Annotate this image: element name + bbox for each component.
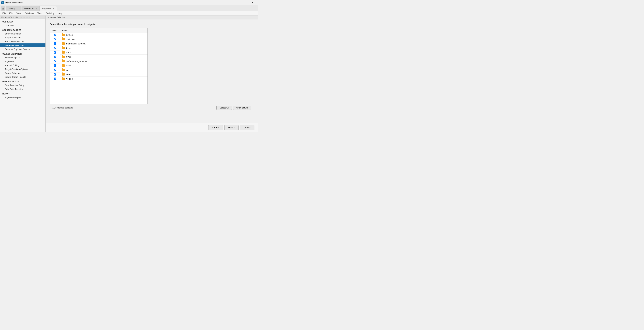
- sidebar-item-migration[interactable]: Migration: [0, 60, 46, 63]
- sidebar-section-object-migration: OBJECT MIGRATION: [0, 51, 46, 56]
- app-title: MySQL Workbench: [5, 2, 22, 4]
- menu-tools[interactable]: Tools: [36, 12, 44, 15]
- col-schema: Schema: [60, 28, 148, 33]
- content-body: Select the schemata you want to migrate:…: [46, 20, 258, 123]
- title-bar-controls: ─ □ ✕: [232, 0, 256, 6]
- sidebar-item-schemas-selection[interactable]: Schemas Selection: [0, 44, 46, 47]
- folder-icon: [62, 60, 65, 62]
- tab-bar: ⌂ azmysql ✕ MyJolieDB ✕ Migration ✕: [0, 6, 258, 11]
- table-row: sys: [50, 68, 148, 72]
- schema-table: Include Schema clothescustomerinformatio…: [50, 28, 148, 81]
- status-buttons: Select All Unselect All: [216, 106, 251, 110]
- schema-name-label: information_schema: [66, 42, 86, 45]
- schema-name-cell: world_x: [60, 77, 148, 81]
- folder-icon: [62, 56, 65, 58]
- schema-name-label: world: [66, 73, 71, 76]
- schema-name-label: moda: [66, 51, 71, 54]
- sidebar-item-target-selection[interactable]: Target Selection: [0, 36, 46, 40]
- schema-name-label: sakila: [66, 64, 71, 67]
- schema-name-label: mysql: [66, 56, 72, 58]
- sidebar-item-reverse-engineer[interactable]: Reverse Engineer Source: [0, 47, 46, 51]
- sidebar-header: Migration Task List ···················: [0, 16, 46, 19]
- menu-scripting[interactable]: Scripting: [44, 12, 56, 15]
- schema-name-label: performance_schema: [66, 60, 87, 62]
- back-button[interactable]: < Back: [208, 125, 223, 130]
- col-include: Include: [50, 28, 60, 33]
- title-bar: 🐬 MySQL Workbench ─ □ ✕: [0, 0, 258, 6]
- folder-icon: [62, 51, 65, 54]
- tab-azmysql-close[interactable]: ✕: [17, 7, 19, 10]
- schema-name-cell: items: [60, 46, 148, 50]
- sidebar: Migration Task List ··················· …: [0, 16, 46, 132]
- sidebar-item-data-transfer-setup[interactable]: Data Transfer Setup: [0, 83, 46, 87]
- folder-icon: [62, 34, 65, 36]
- tab-myjoliedb[interactable]: MyJolieDB ✕: [22, 6, 40, 11]
- sidebar-item-source-selection[interactable]: Source Selection: [0, 32, 46, 36]
- folder-icon: [62, 78, 65, 80]
- sidebar-item-overview[interactable]: Overview: [0, 24, 46, 27]
- sidebar-section-report: REPORT: [0, 91, 46, 96]
- tab-azmysql[interactable]: azmysql ✕: [6, 6, 22, 11]
- minimize-button[interactable]: ─: [232, 0, 240, 6]
- next-button[interactable]: Next >: [224, 125, 238, 130]
- maximize-button[interactable]: □: [240, 0, 248, 6]
- schema-checkbox-information_schema[interactable]: [54, 42, 56, 45]
- schema-name-label: clothes: [66, 34, 73, 36]
- tab-migration-close[interactable]: ✕: [52, 7, 54, 10]
- schema-checkbox-performance_schema[interactable]: [54, 60, 56, 62]
- page-title: Select the schemata you want to migrate:: [50, 23, 254, 26]
- check-cell: [50, 77, 60, 81]
- sidebar-item-manual-editing[interactable]: Manual Editing: [0, 63, 46, 67]
- table-row: customer: [50, 37, 148, 42]
- schema-table-wrapper: Include Schema clothescustomerinformatio…: [50, 28, 148, 104]
- content-area: Schemas Selection Select the schemata yo…: [46, 16, 258, 132]
- schema-checkbox-sakila[interactable]: [54, 64, 56, 67]
- menu-database[interactable]: Database: [23, 12, 36, 15]
- tab-migration[interactable]: Migration ✕: [40, 6, 56, 11]
- schema-name-cell: moda: [60, 50, 148, 54]
- sidebar-item-source-objects[interactable]: Source Objects: [0, 56, 46, 60]
- menu-edit[interactable]: Edit: [8, 12, 15, 15]
- cancel-button[interactable]: Cancel: [240, 125, 254, 130]
- unselect-all-button[interactable]: Unselect All: [233, 106, 251, 110]
- sidebar-item-migration-report[interactable]: Migration Report: [0, 96, 46, 99]
- sidebar-item-create-schemas[interactable]: Create Schemas: [0, 71, 46, 75]
- status-bar: 11 schemas selected Select All Unselect …: [50, 104, 254, 111]
- select-all-button[interactable]: Select All: [216, 106, 232, 110]
- close-button[interactable]: ✕: [249, 0, 256, 6]
- menu-help[interactable]: Help: [56, 12, 64, 15]
- tab-home[interactable]: ⌂: [1, 6, 6, 11]
- schema-checkbox-mysql[interactable]: [54, 56, 56, 58]
- schema-checkbox-moda[interactable]: [54, 51, 56, 54]
- tab-myjoliedb-close[interactable]: ✕: [35, 7, 38, 10]
- menu-view[interactable]: View: [15, 12, 23, 15]
- check-cell: [50, 50, 60, 55]
- folder-icon: [62, 69, 65, 71]
- sidebar-item-bulk-data-transfer[interactable]: Bulk Data Transfer: [0, 87, 46, 91]
- folder-icon: [62, 47, 65, 49]
- sidebar-item-create-target-results[interactable]: Create Target Results: [0, 75, 46, 79]
- schema-checkbox-clothes[interactable]: [54, 34, 56, 36]
- menu-bar: File Edit View Database Tools Scripting …: [0, 11, 258, 16]
- schema-name-cell: sakila: [60, 64, 148, 68]
- schema-checkbox-world_x[interactable]: [54, 78, 56, 80]
- table-row: performance_schema: [50, 59, 148, 64]
- check-cell: [50, 72, 60, 77]
- schema-name-cell: information_schema: [60, 42, 148, 46]
- schema-checkbox-sys[interactable]: [54, 69, 56, 71]
- sidebar-item-fetch-schemas[interactable]: Fetch Schemas List: [0, 40, 46, 44]
- table-row: mysql: [50, 55, 148, 59]
- schema-checkbox-world[interactable]: [54, 73, 56, 76]
- menu-file[interactable]: File: [1, 12, 8, 15]
- check-cell: [50, 64, 60, 68]
- schema-name-cell: customer: [60, 37, 148, 42]
- schema-checkbox-customer[interactable]: [54, 38, 56, 40]
- schema-name-label: customer: [66, 38, 75, 40]
- check-cell: [50, 55, 60, 59]
- sidebar-item-target-creation-options[interactable]: Target Creation Options: [0, 67, 46, 71]
- schema-checkbox-items[interactable]: [54, 47, 56, 49]
- schema-name-cell: performance_schema: [60, 59, 148, 63]
- tab-migration-label: Migration: [42, 7, 50, 10]
- sidebar-section-data-migration: DATA MIGRATION: [0, 79, 46, 83]
- schema-name-label: world_x: [66, 78, 73, 80]
